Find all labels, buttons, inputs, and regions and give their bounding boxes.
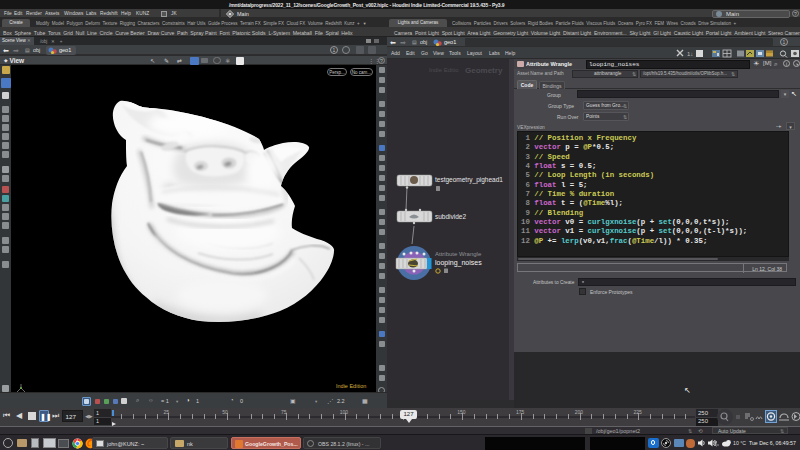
svg-text:1↓: 1↓ <box>687 51 693 57</box>
